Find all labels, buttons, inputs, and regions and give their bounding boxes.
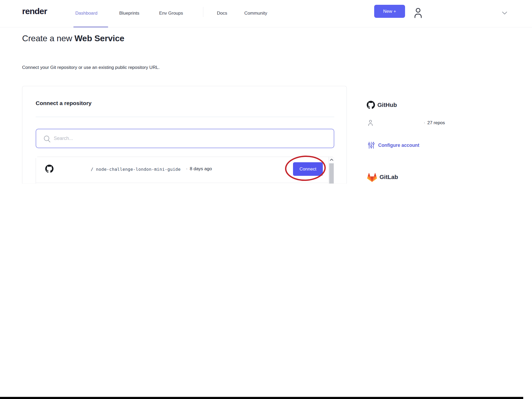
repo-count-text: 27 repos [427,120,445,125]
github-username-redacted [375,120,422,126]
card-heading: Connect a repository [36,100,92,106]
connect-repository-card: Connect a repository / node-challenge-lo [22,86,347,184]
nav-link-dashboard[interactable]: Dashboard [75,11,97,16]
top-nav: render Dashboard Blueprints Env Groups D… [0,0,532,27]
connect-button[interactable]: Connect [293,162,323,176]
nav-link-community[interactable]: Community [244,11,267,16]
page-title-bold: Web Service [75,34,125,43]
render-logo[interactable]: render [22,6,47,16]
nav-link-blueprints[interactable]: Blueprints [119,11,139,16]
github-icon [45,165,53,174]
repo-row[interactable]: / node-challenge-london-mini-guide · 8 d… [36,157,328,183]
search-input[interactable] [54,130,320,147]
repo-list: / node-challenge-london-mini-guide · 8 d… [36,157,334,184]
nav-link-env-groups[interactable]: Env Groups [159,11,183,16]
bottom-edge-bar [0,397,523,399]
new-button[interactable]: New + [374,5,405,18]
page-title: Create a new Web Service [22,34,124,43]
repo-owner-redacted [56,167,90,173]
configure-account-label[interactable]: Configure account [378,143,419,148]
github-section-title: GitHub [377,102,397,109]
sliders-icon [368,142,375,150]
scrollbar-thumb[interactable] [329,163,334,184]
page-subtitle: Connect your Git repository or use an ex… [22,65,160,70]
active-tab-underline [73,27,108,27]
search-icon [43,135,51,144]
person-icon [413,16,423,20]
gitlab-section-title: GitLab [380,174,398,181]
page-title-regular: Create a new [22,34,75,43]
scroll-up-arrow-icon[interactable] [329,157,334,162]
person-icon [367,119,374,128]
user-avatar-button[interactable] [413,6,423,20]
repo-count-dot: · [424,120,425,125]
repo-updated-ago: 8 days ago [190,166,212,172]
configure-account-link[interactable] [368,142,375,150]
nav-link-docs[interactable]: Docs [217,11,227,16]
card-divider [36,117,334,117]
github-repo-count: ·27 repos [424,120,445,126]
gitlab-icon [367,173,377,183]
page-root: render Dashboard Blueprints Env Groups D… [0,0,532,399]
repo-separator-dot: · [186,166,188,172]
repo-search-box [36,129,334,148]
chevron-down-icon[interactable] [501,11,508,15]
github-icon [367,101,375,110]
repo-path: / node-challenge-london-mini-guide [91,167,181,172]
nav-divider [203,7,203,17]
list-scrollbar[interactable] [328,157,334,184]
